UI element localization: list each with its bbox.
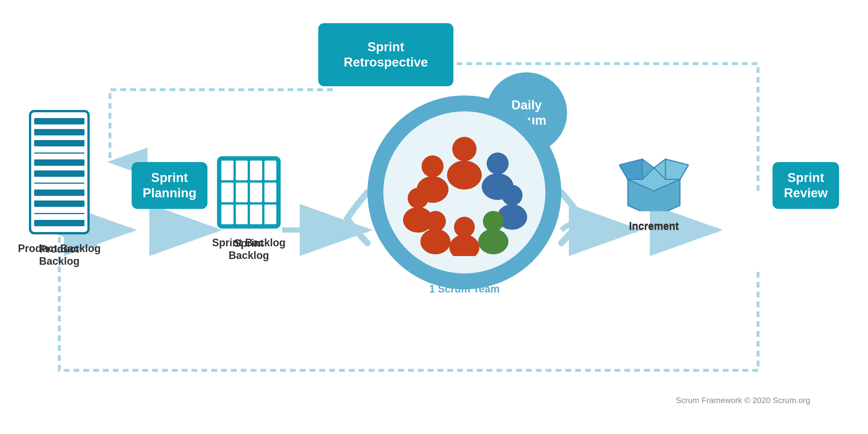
backlog-line-7 (34, 200, 85, 207)
sprint-backlog-grid (217, 156, 281, 228)
copyright: Scrum Framework © 2020 Scrum.org (676, 396, 810, 405)
svg-point-20 (425, 211, 446, 232)
increment-area: Increment (619, 142, 689, 212)
product-backlog: Product Backlog (29, 110, 90, 235)
backlog-line-8 (34, 220, 85, 226)
grid-cell-1 (221, 161, 234, 180)
svg-point-24 (483, 211, 504, 232)
backlog-line-2 (34, 129, 85, 135)
product-backlog-bottom-label: Product Backlog (29, 243, 90, 267)
svg-marker-30 (619, 159, 642, 179)
grid-cell-3 (250, 161, 262, 180)
backlog-line-1 (34, 118, 85, 124)
svg-point-16 (408, 188, 429, 209)
sprint-retro-line1: Sprint (344, 39, 428, 55)
svg-point-10 (452, 137, 476, 161)
grid-cell-8 (265, 183, 277, 202)
svg-point-18 (502, 185, 523, 206)
backlog-separator-1 (34, 153, 85, 154)
increment-bottom-label: Increment (619, 220, 689, 232)
diagram-container: .flow-arrow { fill: none; stroke: #a8d4e… (0, 0, 868, 434)
backlog-line-6 (34, 189, 85, 196)
grid-cell-10 (236, 205, 248, 224)
backlog-separator-2 (34, 183, 85, 184)
svg-point-21 (421, 229, 451, 254)
grid-cell-12 (265, 205, 277, 224)
svg-marker-31 (665, 159, 689, 179)
backlog-line-5 (34, 170, 85, 177)
sprint-retro-line2: Retrospective (344, 55, 428, 70)
grid-cell-5 (221, 183, 234, 202)
svg-point-11 (447, 161, 482, 189)
grid-cell-9 (221, 205, 234, 224)
inner-circle: 1 Scrum Team (383, 112, 546, 273)
backlog-line-3 (34, 140, 85, 146)
backlog-box (29, 110, 90, 235)
svg-point-22 (454, 217, 475, 238)
sprint-planning: SprintPlanning (132, 162, 208, 209)
scrum-team-circle: 1 Scrum Team (368, 95, 561, 289)
grid-cell-6 (236, 183, 248, 202)
sprint-review: Sprint Review (773, 162, 839, 209)
people-svg (395, 129, 534, 256)
grid-cell-2 (236, 161, 248, 180)
backlog-line-4 (34, 159, 85, 166)
scrum-team-label: 1 Scrum Team (429, 283, 499, 295)
backlog-inner (31, 112, 87, 232)
sprint-review-line2: Review (783, 185, 828, 201)
sprint-backlog: Sprint Backlog (217, 156, 281, 228)
sprint-retro: Sprint Retrospective (318, 23, 454, 86)
backlog-separator-3 (34, 213, 85, 214)
sprint-review-line1: Sprint (783, 170, 828, 185)
sprint-retro-box: Sprint Retrospective (333, 31, 439, 78)
grid-cell-7 (250, 183, 262, 202)
svg-point-23 (450, 235, 479, 256)
svg-point-12 (422, 155, 443, 177)
grid-cell-4 (265, 161, 277, 180)
grid-cell-11 (250, 205, 262, 224)
outer-ring: 1 Scrum Team (368, 95, 561, 289)
sprint-planning-box: SprintPlanning (132, 162, 208, 209)
svg-point-25 (478, 229, 508, 254)
svg-point-14 (487, 153, 509, 175)
sprint-backlog-bottom-label: Sprint Backlog (217, 237, 281, 261)
increment-icon (619, 142, 689, 211)
